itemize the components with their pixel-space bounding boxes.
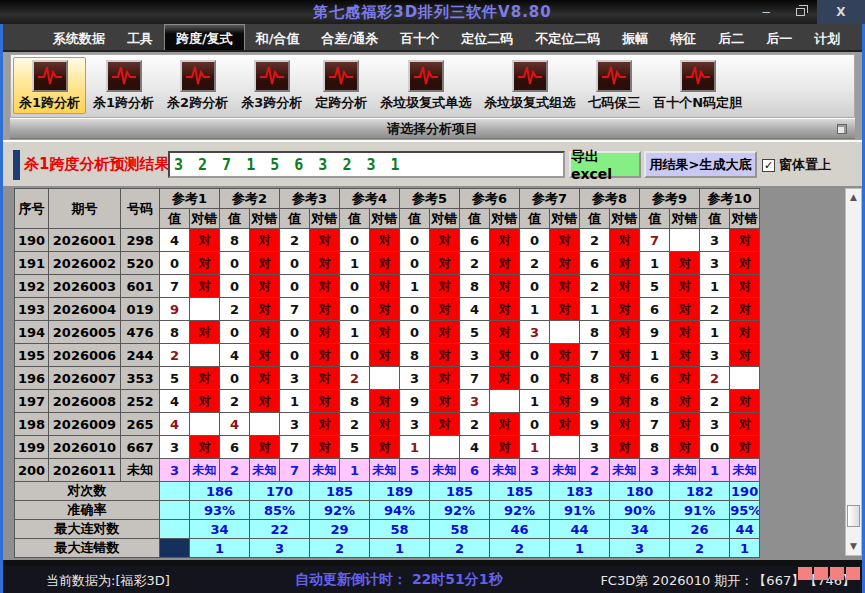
cell-mark[interactable]: 对	[670, 298, 700, 321]
cell-value[interactable]: 6	[460, 459, 490, 482]
menu-item-4[interactable]: 和/合值	[245, 24, 311, 50]
cell-mark[interactable]: 对	[550, 413, 580, 436]
cell-mark[interactable]: 对	[610, 367, 640, 390]
cell-value[interactable]: 1	[640, 344, 670, 367]
menu-item-3[interactable]: 跨度/复式	[164, 24, 245, 50]
cell-mark[interactable]: 对	[610, 229, 640, 252]
cell-mark[interactable]: 对	[490, 229, 520, 252]
summary-value[interactable]: 91%	[550, 501, 610, 520]
cell-period[interactable]: 2026001	[49, 229, 121, 252]
menu-item-9[interactable]: 振幅	[611, 24, 659, 50]
cell-value[interactable]: 1	[280, 390, 310, 413]
cell-mark[interactable]: 对	[310, 321, 340, 344]
cell-mark[interactable]: 对	[190, 321, 220, 344]
cell-mark[interactable]: 对	[730, 321, 760, 344]
tool-item-2[interactable]: 杀1跨分析	[87, 57, 160, 114]
cell-mark[interactable]: 对	[310, 436, 340, 459]
cell-seq[interactable]: 196	[15, 367, 49, 390]
cell-value[interactable]: 1	[700, 459, 730, 482]
generate-button[interactable]: 用结果>生成大底	[644, 151, 757, 178]
cell-value[interactable]: 8	[400, 344, 430, 367]
cell-value[interactable]: 9	[160, 298, 190, 321]
cell-mark[interactable]: 对	[370, 229, 400, 252]
cell-mark-unknown[interactable]: 未知	[610, 459, 640, 482]
cell-value[interactable]: 3	[700, 229, 730, 252]
cell-mark[interactable]: 对	[670, 367, 700, 390]
cell-mark[interactable]: 对	[310, 367, 340, 390]
cell-mark-unknown[interactable]: 未知	[370, 459, 400, 482]
cell-value[interactable]: 2	[580, 275, 610, 298]
cell-value[interactable]: 7	[460, 367, 490, 390]
summary-value[interactable]: 92%	[490, 501, 550, 520]
cell-mark[interactable]: 对	[730, 390, 760, 413]
cell-mark[interactable]: 对	[370, 298, 400, 321]
cell-mark[interactable]: 对	[610, 344, 640, 367]
cell-value[interactable]: 4	[160, 413, 190, 436]
cell-mark[interactable]: 对	[670, 252, 700, 275]
cell-mark-unknown[interactable]: 未知	[190, 459, 220, 482]
menu-item-1[interactable]: 系统数据	[42, 24, 116, 50]
cell-value[interactable]: 0	[400, 229, 430, 252]
summary-value[interactable]: 2	[670, 539, 730, 558]
cell-value[interactable]: 0	[220, 321, 250, 344]
summary-value[interactable]: 2	[490, 539, 550, 558]
cell-mark[interactable]: 对	[250, 229, 280, 252]
summary-value[interactable]: 92%	[430, 501, 490, 520]
menu-item-6[interactable]: 百十个	[389, 24, 450, 50]
cell-value[interactable]: 6	[640, 367, 670, 390]
cell-mark[interactable]: 对	[550, 390, 580, 413]
cell-value[interactable]: 3	[280, 413, 310, 436]
cell-value[interactable]: 7	[640, 413, 670, 436]
summary-value[interactable]: 93%	[190, 501, 250, 520]
summary-value[interactable]: 190	[730, 482, 760, 501]
cell-mark-unknown[interactable]: 未知	[490, 459, 520, 482]
cell-value[interactable]: 1	[640, 252, 670, 275]
cell-value[interactable]: 0	[400, 298, 430, 321]
cell-mark[interactable]: 对	[430, 321, 460, 344]
cell-mark[interactable]: 对	[250, 436, 280, 459]
cell-period[interactable]: 2026006	[49, 344, 121, 367]
menu-item-13[interactable]: 计划	[803, 24, 851, 50]
cell-mark[interactable]: 对	[490, 298, 520, 321]
cell-value[interactable]: 5	[460, 321, 490, 344]
cell-value[interactable]: 9	[580, 413, 610, 436]
cell-mark[interactable]: 对	[370, 321, 400, 344]
cell-mark[interactable]: 对	[670, 275, 700, 298]
scroll-up-icon[interactable]: ▲	[848, 192, 859, 203]
cell-mark[interactable]: 对	[190, 367, 220, 390]
cell-seq[interactable]: 195	[15, 344, 49, 367]
cell-value[interactable]: 4	[160, 229, 190, 252]
cell-period[interactable]: 2026009	[49, 413, 121, 436]
cell-number[interactable]: 252	[121, 390, 160, 413]
summary-value[interactable]: 58	[370, 520, 430, 539]
cell-mark[interactable]: 对	[190, 229, 220, 252]
summary-value[interactable]: 58	[430, 520, 490, 539]
cell-mark[interactable]: 对	[730, 252, 760, 275]
result-input[interactable]: 3 2 7 1 5 6 3 2 3 1	[168, 151, 565, 178]
summary-value[interactable]: 3	[250, 539, 310, 558]
cell-value[interactable]: 3	[280, 367, 310, 390]
cell-mark[interactable]: 对	[430, 275, 460, 298]
cell-value[interactable]: 2	[220, 459, 250, 482]
cell-period[interactable]: 2026011	[49, 459, 121, 482]
cell-value[interactable]: 2	[520, 252, 550, 275]
summary-value[interactable]: 90%	[610, 501, 670, 520]
summary-value[interactable]: 91%	[670, 501, 730, 520]
cell-mark[interactable]	[370, 367, 400, 390]
cell-value[interactable]: 3	[700, 344, 730, 367]
cell-value[interactable]: 6	[580, 252, 610, 275]
summary-value[interactable]: 189	[370, 482, 430, 501]
cell-value[interactable]: 3	[520, 459, 550, 482]
cell-value[interactable]: 0	[700, 436, 730, 459]
cell-value[interactable]: 2	[340, 367, 370, 390]
cell-value[interactable]: 0	[520, 344, 550, 367]
cell-mark[interactable]: 对	[310, 252, 340, 275]
cell-number[interactable]: 667	[121, 436, 160, 459]
summary-value[interactable]: 34	[610, 520, 670, 539]
cell-mark[interactable]: 对	[610, 275, 640, 298]
cell-value[interactable]: 3	[460, 390, 490, 413]
cell-value[interactable]: 1	[340, 459, 370, 482]
cell-mark[interactable]	[550, 436, 580, 459]
cell-value[interactable]: 2	[340, 413, 370, 436]
cell-mark[interactable]: 对	[430, 252, 460, 275]
